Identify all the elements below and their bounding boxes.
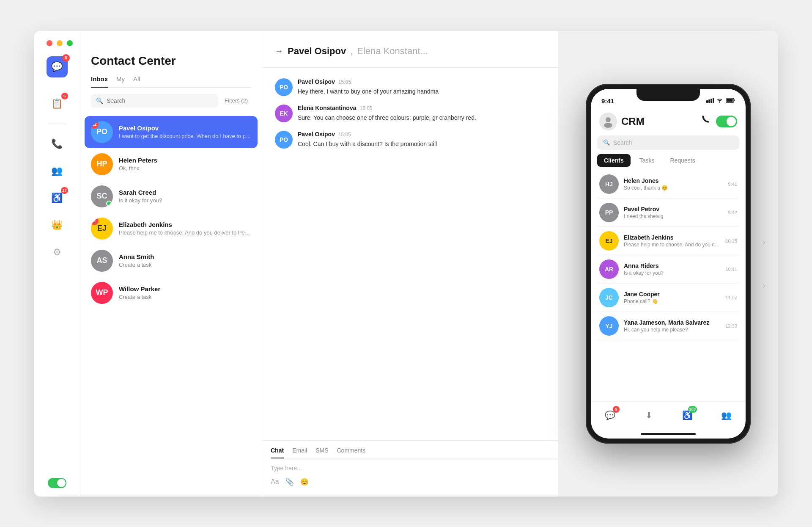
client-info: Yana Jameson, Maria Salvarez Hi, can you… — [624, 319, 720, 333]
phone-search-text: Search — [613, 139, 632, 146]
contact-item-4[interactable]: 2 EJ Elizabeth Jenkins Please help me to… — [80, 212, 262, 245]
translate-tool[interactable]: Aa — [271, 478, 279, 486]
signal-icon — [706, 98, 714, 104]
message-sender: Pavel Osipov — [298, 78, 335, 85]
contact-info: Anna Smith Create a task — [119, 253, 251, 268]
client-name: Yana Jameson, Maria Salvarez — [624, 319, 720, 326]
avatar: PP — [599, 203, 619, 222]
phone-client-item-5[interactable]: JC Jane Cooper Phone call? 👋 11:07 — [597, 284, 739, 312]
contact-info: Willow Parker Create a task — [119, 285, 251, 300]
search-input[interactable] — [107, 97, 213, 104]
client-time: 10:15 — [725, 238, 737, 243]
nav-logo[interactable]: 💬 6 — [47, 56, 68, 77]
chevron-up-icon[interactable]: › — [763, 237, 765, 247]
phone-nav-accessibility[interactable]: ♿ 203 — [678, 406, 697, 425]
contact-name: Elizabeth Jenkins — [119, 221, 251, 228]
message-time: 15:05 — [359, 105, 372, 111]
unread-badge: 2 — [91, 218, 99, 225]
phone-call-icon[interactable] — [702, 116, 711, 127]
phone-tabs: Clients Tasks Requests — [591, 154, 746, 167]
contact-name: Sarah Creed — [119, 189, 251, 196]
sidebar-toggle[interactable] — [48, 478, 66, 488]
phone-nav-inbox[interactable]: ⬇ — [639, 406, 658, 425]
phone-tab-tasks[interactable]: Tasks — [633, 154, 661, 167]
phone-client-item-4[interactable]: AR Anna Riders Is it okay for you? 10:11 — [597, 255, 739, 284]
crown-icon: 👑 — [51, 220, 63, 231]
svg-rect-6 — [727, 99, 733, 102]
avatar: HP — [91, 153, 113, 175]
avatar: YJ — [599, 316, 619, 336]
contact-item-1[interactable]: 12 PO Pavel Osipov I want to get the dis… — [85, 116, 258, 148]
sidebar-item-settings[interactable]: ⚙ — [48, 243, 66, 262]
sidebar-item-crown[interactable]: 👑 — [48, 216, 66, 235]
online-badge — [106, 201, 112, 207]
chat-secondary-name: Elena Konstant... — [357, 46, 428, 57]
phone-search-bar[interactable]: 🔍 Search — [597, 135, 739, 150]
maximize-button[interactable] — [67, 40, 73, 46]
message-avatar: EK — [275, 105, 293, 122]
client-time: 11:07 — [725, 295, 737, 300]
tab-my[interactable]: My — [116, 75, 125, 88]
contact-item-2[interactable]: HP Helen Peters Ok, thnx — [80, 148, 262, 180]
client-preview: Is it okay for you? — [624, 270, 720, 276]
phone-header-left: CRM — [599, 113, 645, 130]
client-info: Elizabeth Jenkins Please help me to choo… — [624, 234, 720, 248]
contact-item-6[interactable]: WP Willow Parker Create a task — [80, 277, 262, 309]
contact-name: Anna Smith — [119, 253, 251, 260]
message-content: Pavel Osipov 15:05 Cool. Can I buy with … — [298, 131, 437, 149]
accessibility-badge: 27 — [61, 187, 68, 194]
phone-tab-requests[interactable]: Requests — [663, 154, 702, 167]
phone-tab-clients[interactable]: Clients — [597, 154, 631, 167]
chat-separator: , — [350, 46, 353, 57]
client-time: 9:42 — [728, 210, 737, 215]
chat-tab-comments[interactable]: Comments — [337, 447, 365, 454]
search-input-wrapper[interactable]: 🔍 — [91, 94, 218, 108]
phone-nav-chat[interactable]: 💬 5 — [601, 406, 620, 425]
phone-nav-contacts[interactable]: 👥 — [717, 406, 735, 425]
sidebar-item-accessibility[interactable]: ♿ 27 — [48, 189, 66, 207]
client-name: Pavel Petrov — [624, 206, 723, 212]
avatar: AS — [91, 250, 113, 272]
contact-item-3[interactable]: SC Sarah Creed Is it okay for you? — [80, 180, 262, 212]
filters-button[interactable]: Filters (2) — [221, 96, 251, 105]
phone-client-list: HJ Helen Jones So cool, thank u 😊 9:41 P… — [591, 170, 746, 401]
chevron-down-icon[interactable]: › — [763, 281, 765, 290]
calls-icon: 📞 — [51, 138, 63, 149]
sidebar-item-tasks[interactable]: 📋 5 — [48, 94, 66, 113]
contact-item-5[interactable]: AS Anna Smith Create a task — [80, 245, 262, 277]
tab-inbox[interactable]: Inbox — [91, 75, 108, 88]
svg-rect-2 — [710, 99, 712, 103]
search-icon: 🔍 — [96, 97, 103, 104]
message-sender: Elena Konstantinova — [298, 105, 356, 111]
chat-tab-email[interactable]: Email — [292, 447, 307, 454]
contact-preview: I want to get the discount price. When d… — [119, 133, 251, 139]
contact-preview: Create a task — [119, 294, 251, 300]
message-time: 15:05 — [338, 132, 351, 138]
attach-tool[interactable]: 📎 — [285, 478, 294, 486]
sidebar-item-calls[interactable]: 📞 — [48, 135, 66, 153]
close-button[interactable] — [47, 40, 52, 46]
app-window: 💬 6 📋 5 📞 👥 ♿ 27 👑 ⚙ Contact Center — [34, 31, 778, 497]
phone-client-item-2[interactable]: PP Pavel Petrov I need ths shelvig 9:42 — [597, 199, 739, 227]
phone-client-item-3[interactable]: EJ Elizabeth Jenkins Please help me to c… — [597, 227, 739, 255]
message-text: Cool. Can I buy with a discount? Is the … — [298, 140, 437, 149]
sidebar-item-contacts[interactable]: 👥 — [48, 162, 66, 180]
client-name: Elizabeth Jenkins — [624, 234, 720, 241]
client-info: Pavel Petrov I need ths shelvig — [624, 206, 723, 219]
phone-client-item-6[interactable]: YJ Yana Jameson, Maria Salvarez Hi, can … — [597, 312, 739, 340]
phone-status-icons — [706, 98, 735, 104]
contacts-icon: 👥 — [51, 166, 63, 177]
message-meta: Pavel Osipov 15:05 — [298, 78, 439, 85]
client-time: 9:41 — [728, 182, 737, 187]
chat-tab-sms[interactable]: SMS — [315, 447, 328, 454]
client-info: Helen Jones So cool, thank u 😊 — [624, 177, 723, 191]
minimize-button[interactable] — [57, 40, 63, 46]
chat-tab-chat[interactable]: Chat — [271, 447, 284, 458]
contacts-search-bar: 🔍 Filters (2) — [91, 94, 251, 108]
avatar: EJ — [599, 231, 619, 251]
phone-toggle[interactable] — [716, 116, 737, 127]
emoji-tool[interactable]: 😊 — [300, 478, 309, 486]
tab-all[interactable]: All — [133, 75, 140, 88]
svg-rect-3 — [713, 98, 714, 103]
phone-client-item-1[interactable]: HJ Helen Jones So cool, thank u 😊 9:41 — [597, 170, 739, 199]
